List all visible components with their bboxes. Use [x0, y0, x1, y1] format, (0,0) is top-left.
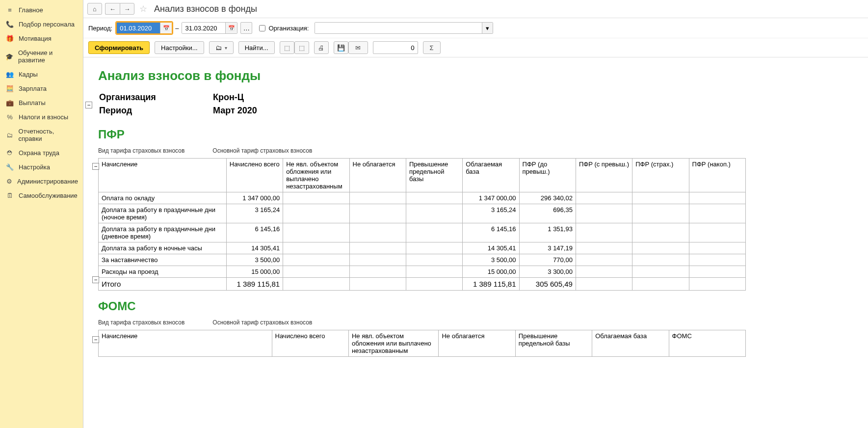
col-header: Превышение предельной базы	[515, 330, 592, 357]
cell-base: 6 145,16	[463, 223, 519, 242]
settings-button[interactable]: Настройки...	[155, 41, 204, 54]
generate-button[interactable]: Сформировать	[88, 41, 150, 54]
print-button[interactable]: 🖨	[314, 41, 329, 54]
date-from-input[interactable]	[117, 23, 160, 33]
sidebar-item-label: Кадры	[19, 71, 38, 78]
cell	[632, 278, 689, 291]
cell	[349, 192, 406, 204]
cell	[576, 204, 632, 223]
col-header: Начислено всего	[272, 330, 348, 357]
section-title-foms: ФОМС	[98, 299, 853, 313]
cell-pfr: 3 300,00	[519, 266, 576, 278]
section-title-pfr: ПФР	[98, 128, 853, 141]
org-checkbox[interactable]	[259, 25, 265, 31]
outline-collapse-button[interactable]: −	[92, 336, 99, 343]
sidebar-item-recruit[interactable]: 📞Подбор персонала	[0, 17, 83, 31]
cell	[576, 278, 632, 291]
cell-total: 3 500,00	[226, 254, 283, 266]
sidebar-item-label: Настройка	[19, 163, 50, 171]
table-row[interactable]: Расходы на проезд15 000,0015 000,003 300…	[99, 266, 746, 278]
sidebar-item-admin[interactable]: ⚙Администрирование	[0, 174, 83, 188]
email-button[interactable]: ✉	[348, 41, 368, 54]
cell-name: За наставничество	[99, 254, 227, 266]
sidebar-item-training[interactable]: 🎓Обучение и развитие	[0, 46, 83, 67]
outline-collapse-button[interactable]: −	[92, 163, 99, 170]
sidebar-item-hr[interactable]: 👥Кадры	[0, 67, 83, 81]
report-area[interactable]: − − − − Анализ взносов в фонды Организац…	[83, 57, 868, 428]
forward-button[interactable]: →	[120, 3, 134, 15]
col-header: ПФР (с превыш.)	[576, 159, 632, 192]
table-row[interactable]: Доплата за работу в ночные часы14 305,41…	[99, 242, 746, 254]
sidebar-item-settings[interactable]: 🔧Настройка	[0, 160, 83, 174]
org-select-input[interactable]	[315, 23, 482, 33]
date-to-input[interactable]	[182, 23, 225, 33]
sidebar-item-main[interactable]: ≡Главное	[0, 3, 83, 17]
outline-collapse-button[interactable]: −	[92, 276, 99, 283]
tariff-value: Основной тариф страховых взносов	[212, 319, 312, 326]
sidebar-item-payments[interactable]: 💼Выплаты	[0, 96, 83, 110]
table-total-row[interactable]: Итого1 389 115,811 389 115,81305 605,49	[99, 278, 746, 291]
date-to-calendar-button[interactable]: 📅	[225, 23, 237, 33]
table-row[interactable]: Доплата за работу в праздничные дни (дне…	[99, 223, 746, 242]
helmet-icon: ⛑	[5, 149, 15, 157]
sidebar-item-label: Налоги и взносы	[19, 113, 68, 121]
arrow-right-icon: →	[124, 5, 131, 13]
filterbar: Период: 📅 – 📅 … Организация: ▾	[83, 18, 868, 38]
cell	[349, 254, 406, 266]
education-icon: 🎓	[5, 53, 14, 60]
variants-button[interactable]: 🗂	[209, 41, 234, 54]
period-picker-button[interactable]: …	[240, 22, 252, 34]
sidebar-item-label: Администрирование	[17, 178, 78, 185]
date-dash: –	[175, 25, 179, 32]
cell	[406, 242, 462, 254]
favorite-star-icon[interactable]: ☆	[139, 3, 147, 14]
report-title: Анализ взносов в фонды	[98, 68, 853, 83]
table-row[interactable]: Оплата по окладу1 347 000,001 347 000,00…	[99, 192, 746, 204]
cell	[689, 223, 745, 242]
col-header: ПФР (до превыш.)	[519, 159, 576, 192]
cell-total: 14 305,41	[226, 242, 283, 254]
cell-base: 1 389 115,81	[463, 278, 519, 291]
table-header-row: Начисление Начислено всего Не явл. объек…	[99, 159, 746, 192]
date-from-wrap: 📅	[116, 22, 172, 34]
phone-icon: 📞	[5, 21, 15, 28]
tariff-label: Вид тарифа страховых взносов	[98, 319, 211, 326]
gift-icon: 🎁	[5, 35, 15, 42]
percent-icon: %	[5, 113, 15, 121]
tariff-info: Вид тарифа страховых взносов Основной та…	[98, 147, 853, 154]
sidebar-item-salary[interactable]: 🧮Зарплата	[0, 81, 83, 96]
tariff-label: Вид тарифа страховых взносов	[98, 147, 211, 154]
table-row[interactable]: За наставничество3 500,003 500,00770,00	[99, 254, 746, 266]
email-icon: ✉	[355, 44, 361, 52]
cell	[689, 204, 745, 223]
cell	[283, 278, 349, 291]
cell	[349, 266, 406, 278]
outline-collapse-button[interactable]: −	[85, 102, 92, 108]
sidebar-item-reports[interactable]: 🗂Отчетность, справки	[0, 124, 83, 146]
find-button[interactable]: Найти...	[238, 41, 275, 54]
expand-groups-button[interactable]: ⬚	[280, 41, 294, 54]
home-icon: ⌂	[93, 5, 97, 13]
save-button[interactable]: 💾	[334, 41, 348, 54]
toolbar: Сформировать Настройки... 🗂 Найти... ⬚ ⬚…	[83, 38, 868, 57]
org-select-dropdown-button[interactable]: ▾	[482, 23, 493, 33]
cell	[283, 254, 349, 266]
table-row[interactable]: Доплата за работу в праздничные дни (ноч…	[99, 204, 746, 223]
collapse-groups-button[interactable]: ⬚	[294, 41, 309, 54]
cell	[689, 266, 745, 278]
wrench-icon: 🔧	[5, 163, 15, 171]
date-from-calendar-button[interactable]: 📅	[160, 23, 172, 33]
sidebar-item-taxes[interactable]: %Налоги и взносы	[0, 110, 83, 124]
sidebar-item-self[interactable]: 🗓Самообслуживание	[0, 188, 83, 203]
col-header: Не явл. объектом обложения или выплачено…	[348, 330, 439, 357]
sidebar-item-motivation[interactable]: 🎁Мотивация	[0, 31, 83, 46]
col-header: Начислено всего	[226, 159, 283, 192]
sum-button[interactable]: Σ	[423, 41, 441, 54]
home-button[interactable]: ⌂	[87, 3, 102, 15]
cell	[576, 254, 632, 266]
numeric-input[interactable]	[373, 41, 418, 54]
pfr-table: Начисление Начислено всего Не явл. объек…	[98, 158, 746, 291]
files-icon: 🗂	[5, 132, 15, 139]
sidebar-item-safety[interactable]: ⛑Охрана труда	[0, 146, 83, 160]
back-button[interactable]: ←	[105, 3, 120, 15]
